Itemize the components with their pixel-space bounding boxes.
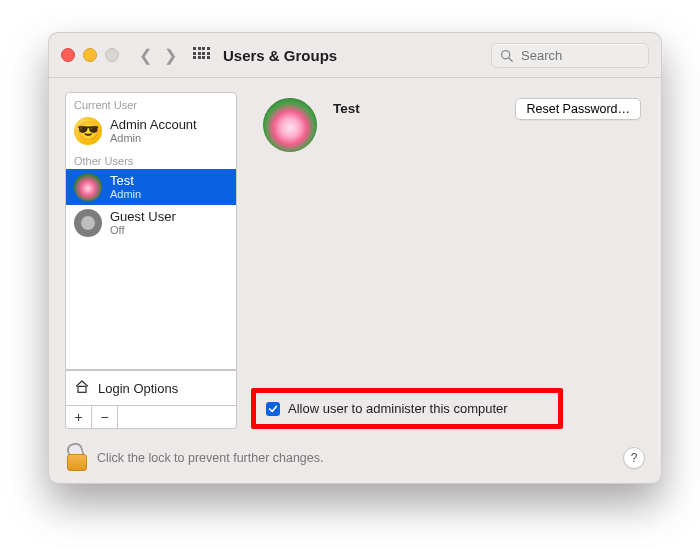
avatar-icon: [74, 173, 102, 201]
current-user-section-label: Current User: [66, 93, 236, 113]
window-title: Users & Groups: [223, 47, 337, 64]
minimize-window-button[interactable]: [83, 48, 97, 62]
allow-admin-label: Allow user to administer this computer: [288, 401, 508, 416]
profile-avatar[interactable]: [263, 98, 317, 152]
user-name-label: Test: [110, 174, 141, 188]
lock-button[interactable]: [65, 445, 87, 471]
lock-hint-label: Click the lock to prevent further change…: [97, 451, 324, 465]
remove-user-button[interactable]: −: [92, 406, 118, 428]
user-role-label: Admin: [110, 188, 141, 200]
help-icon: ?: [631, 451, 638, 465]
svg-line-1: [509, 57, 512, 60]
reset-password-button[interactable]: Reset Password…: [515, 98, 641, 120]
search-input[interactable]: [519, 47, 640, 64]
help-button[interactable]: ?: [623, 447, 645, 469]
profile-name-label: Test: [333, 98, 499, 116]
nav-forward-button[interactable]: ❯: [164, 46, 177, 65]
window-controls: [61, 48, 119, 62]
avatar-icon: 😎: [74, 117, 102, 145]
window-body: Current User 😎 Admin Account Admin Other…: [49, 78, 661, 435]
avatar-icon: [74, 209, 102, 237]
profile-header: Test Reset Password…: [263, 98, 641, 152]
user-name-label: Admin Account: [110, 118, 197, 132]
user-row-admin-account[interactable]: 😎 Admin Account Admin: [66, 113, 236, 149]
user-row-test[interactable]: Test Admin: [66, 169, 236, 205]
search-icon: [500, 49, 513, 62]
user-row-guest[interactable]: Guest User Off: [66, 205, 236, 241]
user-name-label: Guest User: [110, 210, 176, 224]
add-user-button[interactable]: +: [66, 406, 92, 428]
user-detail-pane: Test Reset Password… Allow user to admin…: [255, 92, 645, 429]
users-sidebar: Current User 😎 Admin Account Admin Other…: [65, 92, 237, 429]
home-icon: [74, 379, 90, 397]
toolbar: ❮ ❯ Users & Groups: [49, 33, 661, 78]
preferences-window: ❮ ❯ Users & Groups: [48, 32, 662, 484]
user-list: Current User 😎 Admin Account Admin Other…: [65, 92, 237, 370]
allow-admin-highlight: Allow user to administer this computer: [251, 388, 563, 429]
login-options-label: Login Options: [98, 381, 178, 396]
login-options-row[interactable]: Login Options: [65, 370, 237, 406]
show-all-prefs-button[interactable]: [193, 47, 209, 63]
checkmark-icon: [268, 404, 278, 414]
zoom-window-button[interactable]: [105, 48, 119, 62]
add-remove-bar: + −: [65, 406, 237, 429]
nav-arrows: ❮ ❯: [135, 46, 181, 65]
user-role-label: Off: [110, 224, 176, 236]
close-window-button[interactable]: [61, 48, 75, 62]
search-field[interactable]: [491, 43, 649, 68]
user-role-label: Admin: [110, 132, 197, 144]
footer: Click the lock to prevent further change…: [49, 435, 661, 483]
lock-body-icon: [67, 454, 87, 471]
other-users-section-label: Other Users: [66, 149, 236, 169]
nav-back-button[interactable]: ❮: [139, 46, 152, 65]
allow-admin-checkbox[interactable]: [266, 402, 280, 416]
svg-rect-2: [78, 386, 86, 392]
